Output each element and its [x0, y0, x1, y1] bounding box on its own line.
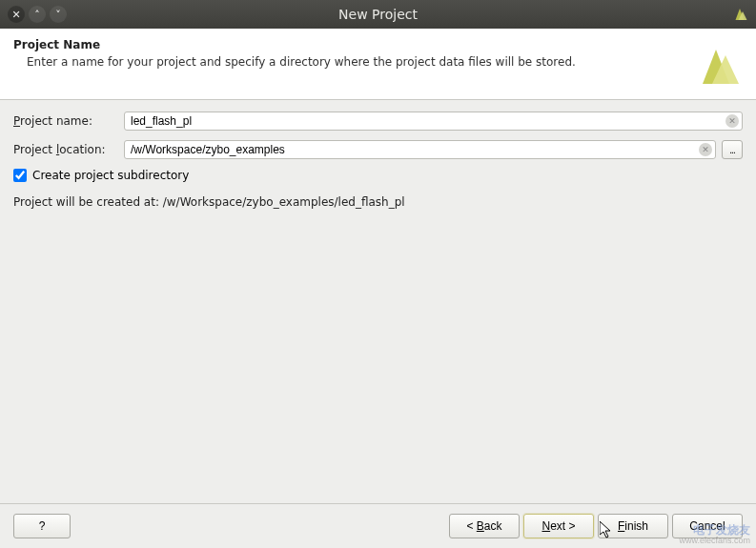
create-subdir-checkbox[interactable]: [13, 169, 27, 182]
help-button[interactable]: ?: [13, 514, 71, 538]
content-area: Project name: ✕ Project location: ✕ ... …: [0, 100, 756, 220]
project-name-row: Project name: ✕: [13, 112, 743, 131]
clear-name-icon[interactable]: ✕: [725, 114, 739, 128]
banner-text: Project Name Enter a name for your proje…: [13, 38, 576, 69]
project-name-input[interactable]: [124, 112, 743, 131]
project-name-label: Project name:: [13, 114, 118, 128]
banner: Project Name Enter a name for your proje…: [0, 29, 756, 100]
window-title: New Project: [338, 7, 418, 22]
chevron-down-icon[interactable]: ˅: [50, 6, 67, 23]
back-button[interactable]: < Back: [449, 514, 520, 538]
chevron-up-icon[interactable]: ˄: [29, 6, 46, 23]
banner-heading: Project Name: [13, 38, 576, 51]
browse-button[interactable]: ...: [722, 140, 743, 159]
cancel-button[interactable]: Cancel: [672, 514, 743, 538]
clear-location-icon[interactable]: ✕: [699, 143, 712, 156]
titlebar: ✕ ˄ ˅ New Project: [0, 0, 756, 29]
banner-description: Enter a name for your project and specif…: [27, 55, 576, 69]
finish-button[interactable]: Finish: [598, 514, 668, 538]
project-location-label: Project location:: [13, 143, 118, 156]
footer: ? < Back Next > Finish Cancel: [0, 503, 756, 548]
next-button[interactable]: Next >: [523, 514, 594, 538]
project-location-row: Project location: ✕ ...: [13, 140, 743, 159]
vivado-logo-icon: [695, 42, 743, 90]
window-controls: ✕ ˄ ˅: [8, 6, 67, 23]
app-icon: [731, 6, 748, 23]
close-icon[interactable]: ✕: [8, 6, 25, 23]
created-at-text: Project will be created at: /w/Workspace…: [13, 195, 743, 209]
project-location-input[interactable]: [124, 140, 716, 159]
create-subdir-row: Create project subdirectory: [13, 169, 743, 182]
create-subdir-label[interactable]: Create project subdirectory: [32, 169, 189, 182]
